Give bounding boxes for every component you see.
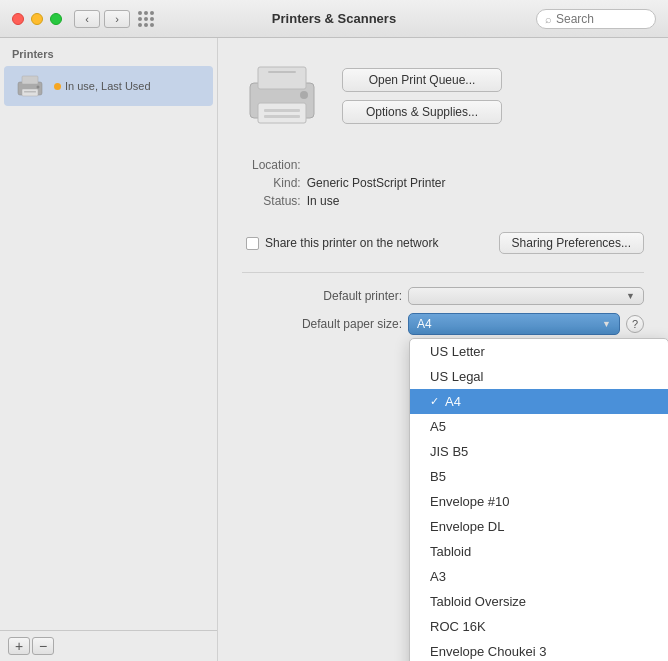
- tabloid-oversize-label: Tabloid Oversize: [430, 594, 526, 609]
- svg-rect-1: [22, 76, 38, 84]
- a3-label: A3: [430, 569, 446, 584]
- default-paper-size-value: A4: [417, 317, 432, 331]
- close-button[interactable]: [12, 13, 24, 25]
- printer-list: In use, Last Used: [0, 66, 217, 630]
- left-panel: Printers In use, Last Used: [0, 38, 218, 661]
- printer-large-icon: [242, 58, 322, 138]
- printer-small-icon: [14, 72, 46, 100]
- search-input[interactable]: [556, 12, 647, 26]
- printer-item[interactable]: In use, Last Used: [4, 66, 213, 106]
- paper-size-tabloid-oversize[interactable]: Tabloid Oversize: [410, 589, 668, 614]
- status-dot: [54, 83, 61, 90]
- grid-icon[interactable]: [138, 11, 154, 27]
- bottom-bar: + −: [0, 630, 217, 661]
- kind-label: Kind:: [252, 176, 301, 190]
- tabloid-label: Tabloid: [430, 544, 471, 559]
- help-button[interactable]: ?: [626, 315, 644, 333]
- back-button[interactable]: ‹: [74, 10, 100, 28]
- printer-info-grid: Location: Kind: Generic PostScript Print…: [252, 158, 644, 208]
- status-value: In use: [307, 194, 644, 208]
- bottom-controls: Default printer: ▼ Default paper size: A…: [242, 272, 644, 343]
- default-paper-size-label: Default paper size:: [242, 317, 402, 331]
- envelope-choukei-label: Envelope Choukei 3: [430, 644, 546, 659]
- checkmark-icon: ✓: [430, 395, 439, 408]
- remove-printer-button[interactable]: −: [32, 637, 54, 655]
- paper-size-jis-b5[interactable]: JIS B5: [410, 439, 668, 464]
- right-panel: Open Print Queue... Options & Supplies..…: [218, 38, 668, 661]
- default-printer-row: Default printer: ▼: [242, 287, 644, 305]
- paper-size-a5[interactable]: A5: [410, 414, 668, 439]
- printer-buttons: Open Print Queue... Options & Supplies..…: [342, 58, 644, 124]
- svg-rect-11: [268, 71, 296, 73]
- maximize-button[interactable]: [50, 13, 62, 25]
- svg-rect-9: [264, 115, 300, 118]
- printer-detail-header: Open Print Queue... Options & Supplies..…: [242, 58, 644, 138]
- main-content: Printers In use, Last Used: [0, 38, 668, 661]
- share-row: Share this printer on the network Sharin…: [246, 232, 644, 254]
- search-box[interactable]: ⌕: [536, 9, 656, 29]
- share-checkbox-wrap[interactable]: Share this printer on the network: [246, 236, 438, 250]
- paper-size-envelope-choukei[interactable]: Envelope Choukei 3: [410, 639, 668, 661]
- status-label: Status:: [252, 194, 301, 208]
- share-checkbox[interactable]: [246, 237, 259, 250]
- roc-16k-label: ROC 16K: [430, 619, 486, 634]
- a4-label: A4: [445, 394, 461, 409]
- search-icon: ⌕: [545, 13, 552, 25]
- default-printer-label: Default printer:: [242, 289, 402, 303]
- nav-buttons: ‹ ›: [74, 10, 130, 28]
- svg-rect-3: [24, 91, 36, 93]
- default-paper-size-dropdown[interactable]: A4 ▼ US Letter US Legal ✓ A4: [408, 313, 620, 335]
- svg-rect-8: [264, 109, 300, 112]
- envelope-10-label: Envelope #10: [430, 494, 510, 509]
- dropdown-arrow-icon: ▼: [626, 291, 635, 301]
- paper-size-a3[interactable]: A3: [410, 564, 668, 589]
- location-label: Location:: [252, 158, 301, 172]
- titlebar: ‹ › Printers & Scanners ⌕: [0, 0, 668, 38]
- location-value: [307, 158, 644, 172]
- printer-info: In use, Last Used: [54, 80, 203, 92]
- panel-title: Printers: [0, 46, 217, 66]
- paper-size-b5[interactable]: B5: [410, 464, 668, 489]
- paper-size-envelope-10[interactable]: Envelope #10: [410, 489, 668, 514]
- svg-rect-7: [258, 103, 306, 123]
- svg-point-10: [300, 91, 308, 99]
- b5-label: B5: [430, 469, 446, 484]
- us-letter-label: US Letter: [430, 344, 485, 359]
- default-paper-size-row: Default paper size: A4 ▼ US Letter US Le…: [242, 313, 644, 335]
- paper-size-a4[interactable]: ✓ A4: [410, 389, 668, 414]
- svg-point-4: [37, 86, 40, 89]
- kind-value: Generic PostScript Printer: [307, 176, 644, 190]
- forward-button[interactable]: ›: [104, 10, 130, 28]
- default-printer-dropdown[interactable]: ▼: [408, 287, 644, 305]
- us-legal-label: US Legal: [430, 369, 483, 384]
- printer-status-text: In use, Last Used: [65, 80, 151, 92]
- window-title: Printers & Scanners: [272, 11, 396, 26]
- paper-size-roc-16k[interactable]: ROC 16K: [410, 614, 668, 639]
- options-supplies-button[interactable]: Options & Supplies...: [342, 100, 502, 124]
- paper-size-us-letter[interactable]: US Letter: [410, 339, 668, 364]
- a5-label: A5: [430, 419, 446, 434]
- open-print-queue-button[interactable]: Open Print Queue...: [342, 68, 502, 92]
- jis-b5-label: JIS B5: [430, 444, 468, 459]
- paper-size-us-legal[interactable]: US Legal: [410, 364, 668, 389]
- paper-size-envelope-dl[interactable]: Envelope DL: [410, 514, 668, 539]
- share-label: Share this printer on the network: [265, 236, 438, 250]
- printer-status: In use, Last Used: [54, 80, 203, 92]
- svg-rect-6: [258, 67, 306, 89]
- paper-size-dropdown-popup: US Letter US Legal ✓ A4 A5: [409, 338, 668, 661]
- traffic-lights: [12, 13, 62, 25]
- sharing-preferences-button[interactable]: Sharing Preferences...: [499, 232, 644, 254]
- dropdown-arrow2-icon: ▼: [602, 319, 611, 329]
- paper-size-tabloid[interactable]: Tabloid: [410, 539, 668, 564]
- envelope-dl-label: Envelope DL: [430, 519, 504, 534]
- add-printer-button[interactable]: +: [8, 637, 30, 655]
- minimize-button[interactable]: [31, 13, 43, 25]
